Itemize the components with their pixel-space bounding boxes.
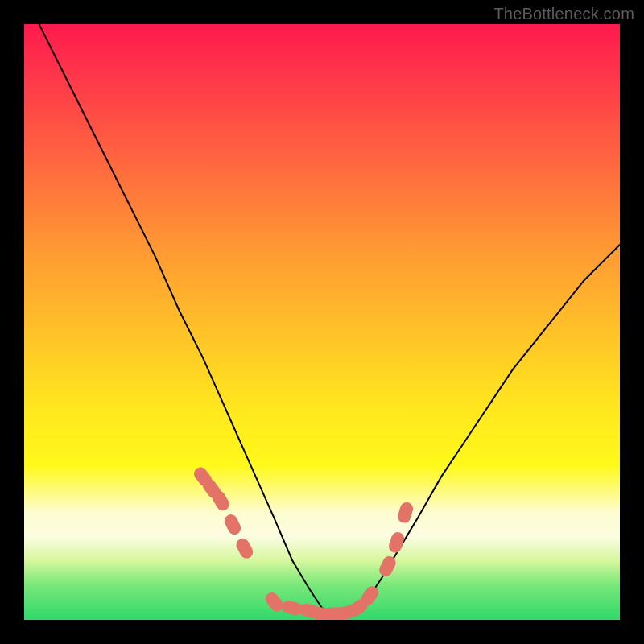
watermark-text: TheBottleneck.com — [493, 5, 634, 23]
marker-blob — [377, 554, 398, 578]
marker-blob — [234, 536, 255, 560]
svg-rect-15 — [396, 501, 415, 525]
bottleneck-curve — [24, 24, 620, 614]
chart-svg — [24, 24, 620, 620]
svg-rect-5 — [262, 590, 286, 614]
marker-blob — [396, 501, 415, 525]
marker-blob — [222, 512, 243, 536]
plot-area — [24, 24, 620, 620]
svg-rect-13 — [377, 554, 398, 578]
chart-frame: TheBottleneck.com — [0, 0, 644, 644]
marker-group — [192, 464, 415, 620]
marker-blob — [262, 590, 286, 614]
marker-blob — [387, 530, 406, 555]
svg-rect-4 — [234, 536, 255, 560]
svg-rect-14 — [387, 530, 406, 555]
svg-rect-3 — [222, 512, 243, 536]
